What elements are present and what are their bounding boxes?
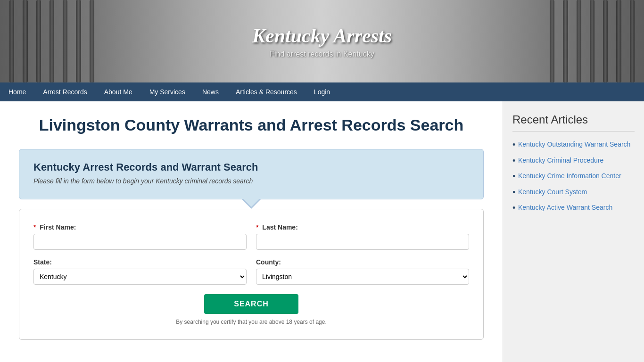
last-name-group: * Last Name: bbox=[256, 223, 469, 250]
bars-right bbox=[540, 0, 644, 82]
required-star-2: * bbox=[256, 223, 258, 231]
main-nav: Home Arrest Records About Me My Services… bbox=[0, 82, 644, 101]
nav-news[interactable]: News bbox=[194, 82, 227, 101]
search-button[interactable]: SEARCH bbox=[204, 294, 298, 314]
nav-articles[interactable]: Articles & Resources bbox=[227, 82, 305, 101]
county-label: County: bbox=[256, 258, 469, 266]
card-pointer bbox=[242, 199, 261, 209]
header-text: Kentucky Arrests Find arrest records in … bbox=[252, 25, 392, 58]
first-name-input[interactable] bbox=[33, 234, 247, 250]
last-name-input[interactable] bbox=[256, 234, 469, 250]
sidebar: Recent Articles Kentucky Outstanding War… bbox=[503, 101, 644, 362]
site-subtitle: Find arrest records in Kentucky bbox=[252, 50, 392, 58]
list-item: Kentucky Court System bbox=[512, 188, 635, 197]
nav-home[interactable]: Home bbox=[0, 82, 34, 101]
article-link-4[interactable]: Kentucky Court System bbox=[518, 188, 587, 196]
state-group: State: Kentucky bbox=[33, 258, 247, 285]
page-title: Livingston County Warrants and Arrest Re… bbox=[19, 115, 484, 135]
nav-login[interactable]: Login bbox=[305, 82, 339, 101]
bars-left bbox=[0, 0, 104, 82]
site-title: Kentucky Arrests bbox=[252, 25, 392, 47]
article-link-2[interactable]: Kentucky Criminal Procedure bbox=[518, 156, 603, 164]
sidebar-title: Recent Articles bbox=[512, 113, 635, 132]
article-link-3[interactable]: Kentucky Crime Information Center bbox=[518, 172, 621, 180]
first-name-label: * First Name: bbox=[33, 223, 247, 231]
search-form: * First Name: * Last Name: State: bbox=[19, 209, 484, 340]
main-wrapper: Livingston County Warrants and Arrest Re… bbox=[0, 101, 644, 362]
nav-services[interactable]: My Services bbox=[141, 82, 194, 101]
nav-arrest-records[interactable]: Arrest Records bbox=[34, 82, 95, 101]
article-list: Kentucky Outstanding Warrant Search Kent… bbox=[512, 140, 635, 213]
article-link-5[interactable]: Kentucky Active Warrant Search bbox=[518, 204, 612, 211]
county-select[interactable]: Livingston bbox=[256, 269, 469, 285]
location-row: State: Kentucky County: Livingston bbox=[33, 258, 469, 285]
article-link-1[interactable]: Kentucky Outstanding Warrant Search bbox=[518, 140, 630, 148]
state-select[interactable]: Kentucky bbox=[33, 269, 247, 285]
last-name-label: * Last Name: bbox=[256, 223, 469, 231]
form-disclaimer: By searching you certify that you are ab… bbox=[33, 319, 469, 325]
list-item: Kentucky Active Warrant Search bbox=[512, 203, 635, 213]
list-item: Kentucky Criminal Procedure bbox=[512, 156, 635, 165]
site-header: Kentucky Arrests Find arrest records in … bbox=[0, 0, 644, 82]
list-item: Kentucky Crime Information Center bbox=[512, 172, 635, 181]
county-group: County: Livingston bbox=[256, 258, 469, 285]
search-card-subtitle: Please fill in the form below to begin y… bbox=[33, 177, 469, 185]
list-item: Kentucky Outstanding Warrant Search bbox=[512, 140, 635, 149]
content-area: Livingston County Warrants and Arrest Re… bbox=[0, 101, 503, 362]
search-card-title: Kentucky Arrest Records and Warrant Sear… bbox=[33, 161, 469, 173]
state-label: State: bbox=[33, 258, 247, 266]
first-name-group: * First Name: bbox=[33, 223, 247, 250]
required-star: * bbox=[33, 223, 36, 231]
search-card: Kentucky Arrest Records and Warrant Sear… bbox=[19, 149, 484, 199]
name-row: * First Name: * Last Name: bbox=[33, 223, 469, 250]
nav-about-me[interactable]: About Me bbox=[96, 82, 141, 101]
